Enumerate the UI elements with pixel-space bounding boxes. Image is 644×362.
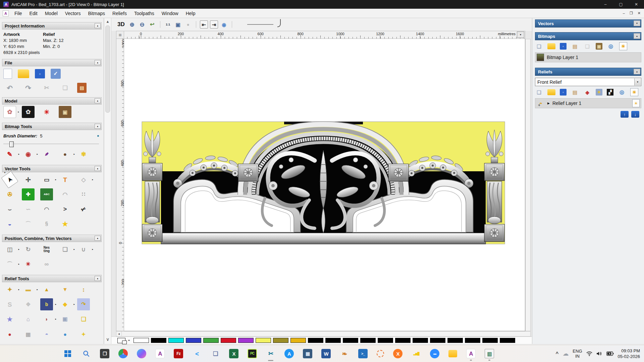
taskbar-word-icon[interactable]: W [321,349,331,358]
color-swatch-15[interactable] [395,338,411,343]
colour-link-icon[interactable]: ⚭ [127,339,130,342]
face-wizard-relief-icon[interactable]: ✦ [77,328,90,341]
clock[interactable]: 09:03 PM 05-02-2026 [618,348,640,359]
color-swatch-4[interactable] [203,338,219,343]
taskbar-file-explorer-icon[interactable] [448,350,457,357]
language-indicator[interactable]: ENG IN [573,349,582,359]
save-bitmap-icon[interactable]: ▫ [560,43,567,50]
save-model-icon[interactable]: ▫ [35,69,45,78]
color-swatch-16[interactable] [413,338,428,343]
select-vectors-icon[interactable]: ➤▸ [1,171,18,188]
create-vector-text-icon[interactable]: ABC [40,188,53,200]
color-swatch-19[interactable] [465,338,480,343]
taskbar-app-store-icon[interactable]: A [284,349,294,358]
relief-from-bitmap-icon[interactable]: b▸ [40,298,53,310]
color-swatch-11[interactable] [325,338,341,343]
maximize-button[interactable]: ▢ [613,0,629,9]
paste-bitmap-icon[interactable]: ▤ [571,42,579,50]
flyout-arrow-icon[interactable]: ▸ [18,111,19,113]
expand-arrow-icon[interactable]: ▶ [547,102,550,105]
canvas-vertical-scrollbar[interactable] [525,39,531,331]
open-relief-icon[interactable] [547,89,555,95]
emboss-relief-icon[interactable]: ▣ [59,313,71,325]
ruler-units-dropdown[interactable]: ▼ [517,32,524,38]
color-swatch-2[interactable] [168,338,184,343]
flyout-arrow-icon[interactable]: ▸ [37,153,38,156]
colour-palette-icon[interactable]: ●▸ [59,148,71,160]
new-model-icon[interactable] [3,69,12,79]
relief-visibility-icon[interactable]: ☀ [596,89,602,96]
taskbar-dashed-circle-app-icon[interactable] [377,350,384,357]
color-swatch-12[interactable] [343,338,358,343]
star-wizard-icon[interactable]: ★ [59,218,71,230]
flyout-arrow-icon[interactable]: ▸ [18,263,19,265]
create-polyline-icon[interactable]: ⌣ [3,203,16,215]
flyout-arrow-icon[interactable]: ▸ [92,178,93,181]
open-bitmap-icon[interactable] [547,43,555,49]
close-button[interactable]: ✕ [629,0,644,9]
transform-vectors-icon[interactable]: ✛ [22,174,35,186]
color-swatch-6[interactable] [238,338,254,343]
new-relief-icon[interactable]: ❏ [535,88,543,96]
color-swatch-14[interactable] [378,338,393,343]
snap-toggle-right-icon[interactable]: ⇥ [210,20,218,28]
interlock-vectors-icon[interactable]: ∞ [40,258,53,270]
flyout-arrow-icon[interactable]: ▸ [18,248,19,251]
smooth-relief-icon[interactable]: S [3,298,16,310]
align-vectors-icon[interactable]: ◫▸ [3,243,16,255]
relief-set-dropdown[interactable]: Front Relief ▼ [535,78,641,86]
offset-relief-icon[interactable]: ↷ [77,298,90,310]
canvas-horizontal-scrollbar[interactable]: ◄ [116,331,531,337]
collapse-button[interactable]: ▲ [634,33,640,39]
taskbar-artcam-running-icon[interactable]: A [466,349,476,358]
color-swatch-8[interactable] [273,338,288,343]
slider-track[interactable] [3,144,99,144]
create-rectangle-icon[interactable]: ▭▸ [40,174,53,186]
greyscale-view-icon[interactable]: ▞ [607,89,613,96]
move-layer-down-button[interactable]: ↓ [631,111,639,118]
join-vectors-icon[interactable]: ⌒▸ [3,258,16,270]
color-swatch-17[interactable] [430,338,445,343]
collapse-button[interactable]: ▲ [95,236,101,241]
paste-along-curve-icon[interactable]: ✚ [22,188,35,200]
taskbar-powershell-icon[interactable]: >_ [358,349,368,358]
2d-view-canvas[interactable] [124,39,525,331]
move-layer-up-button[interactable]: ↑ [621,111,629,118]
taskbar-zoom-icon[interactable]: ▬ [430,349,439,358]
star-relief-icon[interactable]: ★ [3,313,16,325]
freehand-draw-icon[interactable]: ∽ [22,203,35,215]
wifi-icon[interactable] [586,351,592,356]
battery-icon[interactable] [606,351,614,356]
collapse-button[interactable]: ▲ [95,276,101,281]
taskbar-chrome-icon[interactable]: ● [118,349,128,358]
collapse-button[interactable]: ▲ [634,69,640,74]
flyout-arrow-icon[interactable]: ▸ [73,153,75,156]
mdi-control--[interactable]: ✕ [638,11,641,15]
texture-relief-icon[interactable]: ❖ [22,298,35,310]
taskbar-snipping-tool-icon[interactable]: ✂ [266,349,275,358]
flyout-arrow-icon[interactable]: ▸ [55,178,56,181]
color-swatch-3[interactable] [186,338,201,343]
weld-vectors-icon[interactable]: ∪▸ [77,243,90,255]
menu-toolpaths[interactable]: Toolpaths [130,9,158,17]
wrap-text-icon[interactable]: ◠ [59,188,71,200]
subtract-relief-icon[interactable]: ▼ [59,284,71,296]
flyout-arrow-icon[interactable]: ▸ [18,288,19,291]
primary-colour-swatch[interactable] [117,338,125,343]
flyout-arrow-icon[interactable]: ▸ [18,153,19,156]
flyout-arrow-icon[interactable]: ▸ [55,303,56,306]
zoom-1-to-1-icon[interactable]: 1:1 [164,20,172,28]
zoom-to-objects-icon[interactable]: ● [184,20,192,28]
menu-model[interactable]: Model [41,9,61,17]
add-relief-icon[interactable]: ▲ [40,284,53,296]
scroll-up-icon[interactable]: ▲ [104,19,111,23]
model-lightbox-icon[interactable]: ▣ [59,106,71,118]
clear-bitmap-icon[interactable]: ❏ [583,42,591,50]
nesting-icon[interactable]: Nes ting [40,243,53,255]
create-dome-icon[interactable]: ◒ [3,218,16,230]
sculpt-relief-icon[interactable]: ● [3,328,16,341]
undo-icon[interactable]: ↶ [3,82,16,94]
flyout-arrow-icon[interactable]: ▸ [73,248,75,251]
model-setup-icon[interactable]: ✓ [51,69,61,79]
calculate-relief-icon[interactable]: ✦▸ [3,284,16,296]
